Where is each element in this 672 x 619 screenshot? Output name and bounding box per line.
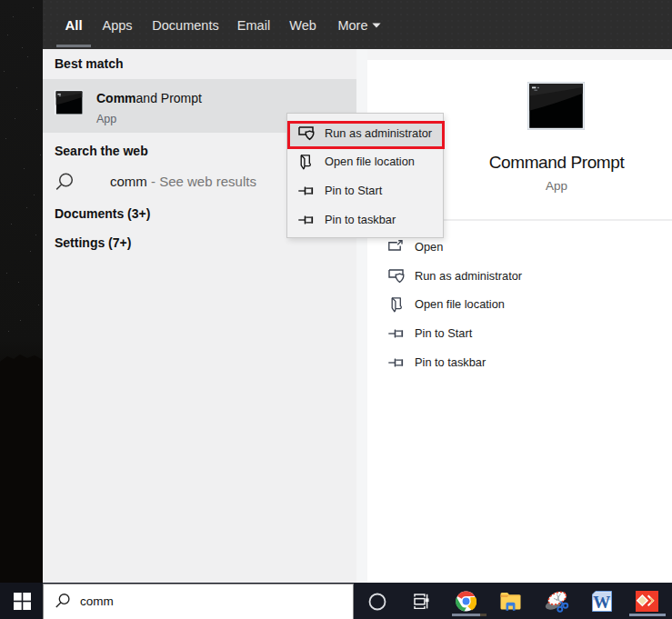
svg-text:W: W xyxy=(593,592,610,611)
